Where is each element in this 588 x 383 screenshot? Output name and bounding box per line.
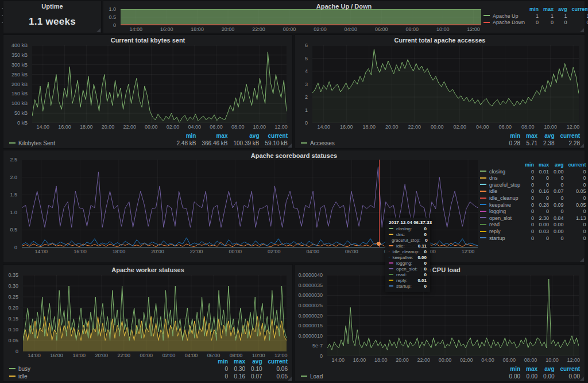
y-tick: 0.0000025	[298, 303, 323, 308]
legend-value: 0.05	[564, 188, 586, 195]
legend-value: 0	[534, 175, 549, 182]
legend-item-idle_cleanup[interactable]: idle_cleanup	[480, 195, 520, 202]
y-tick: 0.10	[8, 327, 18, 332]
legend-header-min[interactable]: min	[520, 162, 534, 169]
legend-item-Load[interactable]: Load	[301, 373, 504, 380]
legend-value: 0	[564, 208, 586, 215]
cpu-chart[interactable]	[327, 275, 579, 356]
legend-item-Kilobytes Sent[interactable]: Kilobytes Sent	[9, 140, 171, 147]
legend-header-min[interactable]: min	[504, 365, 520, 373]
panel-resize-handle[interactable]	[580, 28, 584, 32]
legend-value: 0.28	[504, 140, 520, 147]
legend-value: 0	[520, 208, 534, 215]
x-tick: 06:00	[345, 249, 358, 254]
legend-item-dns[interactable]: dns	[480, 175, 520, 182]
panel-resize-handle[interactable]	[580, 144, 584, 148]
panel-title[interactable]: Apache worker statuses	[15, 266, 281, 273]
panel-uptime: Uptime 1.1 weeks	[3, 1, 101, 33]
legend-header-min[interactable]: min	[171, 132, 196, 140]
legend-value: 1.13	[564, 215, 586, 222]
series-color-swatch	[480, 198, 486, 199]
tooltip-series-value: 0.01	[413, 278, 427, 284]
panel-title[interactable]: The CPU load	[307, 266, 573, 273]
legend-item-graceful_stop[interactable]: graceful_stop	[480, 182, 520, 189]
legend-item-closing[interactable]: closing	[480, 169, 520, 176]
panel-title[interactable]: Uptime	[15, 3, 90, 10]
legend-item-Accesses[interactable]: Accesses	[301, 140, 504, 147]
x-tick: 18:00	[191, 26, 204, 32]
legend-header-current[interactable]: current	[260, 132, 288, 140]
legend-header-max[interactable]: max	[196, 132, 227, 140]
panel-title[interactable]: Apache Up / Down	[115, 3, 573, 10]
x-tick: 18:00	[80, 124, 93, 130]
legend-row: Apache Up1111	[483, 13, 588, 20]
legend-header-max[interactable]: max	[520, 365, 537, 373]
updown-chart[interactable]	[121, 9, 481, 25]
panel-resize-handle[interactable]	[288, 377, 292, 381]
y-tick: 5	[305, 56, 308, 61]
series-Load	[327, 279, 579, 350]
legend-value: 100.39 kB	[227, 140, 259, 147]
y-tick: 100 kB	[11, 100, 28, 106]
legend-header-avg[interactable]: avg	[245, 358, 262, 365]
legend-item-keepalive[interactable]: keepalive	[480, 202, 520, 209]
y-tick: 200 kB	[11, 82, 28, 87]
legend-header-avg[interactable]: avg	[537, 132, 554, 140]
legend-header-max[interactable]: max	[534, 162, 549, 169]
legend-header-current[interactable]: current	[555, 132, 580, 140]
legend-row: read00.000.000	[480, 222, 586, 229]
y-tick: 0.15	[8, 316, 18, 322]
legend-value: 0	[564, 169, 586, 176]
legend-item-open_slot[interactable]: open_slot	[480, 215, 520, 222]
legend-value: 0.28	[534, 202, 549, 209]
legend-item-startup[interactable]: startup	[480, 235, 520, 242]
y-tick: 350 kB	[11, 52, 28, 58]
legend-item-idle[interactable]: idle	[480, 188, 520, 195]
x-tick: 12:00	[462, 249, 475, 254]
y-axis: 0.350.300.250.200.150.100.050	[3, 275, 21, 351]
legend-item-reply[interactable]: reply	[480, 229, 520, 235]
panel-resize-handle[interactable]	[580, 258, 584, 262]
legend-value: 0	[567, 20, 588, 26]
legend-header-avg[interactable]: avg	[549, 162, 564, 169]
x-tick: 12:00	[274, 124, 288, 130]
legend-header-min[interactable]: min	[504, 132, 520, 140]
series-color-swatch	[480, 204, 486, 205]
legend-item-busy[interactable]: busy	[9, 365, 212, 373]
legend-value: 0	[534, 235, 549, 242]
legend-header-min[interactable]: min	[212, 358, 228, 365]
accesses-chart[interactable]	[312, 45, 579, 123]
legend-header-max[interactable]: max	[520, 132, 537, 140]
legend-item-Apache Up[interactable]: Apache Up	[483, 13, 525, 20]
legend-header-current[interactable]: current	[564, 162, 586, 169]
x-tick: 10:00	[253, 124, 266, 130]
panel-title[interactable]: Current total apache accesses	[307, 37, 573, 44]
legend-item-Apache Down[interactable]: Apache Down	[483, 20, 525, 26]
legend-header-current[interactable]: current	[555, 365, 580, 373]
x-tick: 06:00	[498, 124, 512, 130]
legend-header-avg[interactable]: avg	[537, 365, 554, 373]
legend-item-read[interactable]: read	[480, 222, 520, 229]
panel-apache-updown: Apache Up / Down 1.00.50 14:0016:0018:00…	[103, 1, 585, 33]
panel-resize-handle[interactable]	[96, 28, 100, 32]
uptime-value: 1.1 weeks	[3, 10, 101, 33]
legend-value: 0.00	[549, 169, 564, 176]
worker-chart[interactable]	[23, 275, 287, 351]
panel-resize-handle[interactable]	[580, 377, 584, 381]
y-tick: 250 kB	[11, 72, 28, 78]
y-axis: 2.52.01.51.00.50	[3, 160, 20, 247]
legend-item-logging[interactable]: logging	[480, 208, 520, 215]
panel-resize-handle[interactable]	[288, 144, 292, 148]
series-color-swatch	[9, 376, 16, 377]
x-tick: 08:00	[524, 357, 537, 363]
panel-title[interactable]: Current total kbytes sent	[15, 37, 281, 44]
x-tick: 22:00	[252, 26, 265, 32]
panel-title[interactable]: Apache scoreboard statuses	[15, 152, 573, 159]
legend-item-idle[interactable]: idle	[9, 373, 212, 380]
legend-header-max[interactable]: max	[228, 358, 245, 365]
x-tick: 00:00	[283, 26, 296, 32]
x-tick: 02:00	[453, 124, 466, 130]
legend-header-avg[interactable]: avg	[227, 132, 259, 140]
kbytes-chart[interactable]	[32, 45, 287, 123]
legend-header-current[interactable]: current	[262, 358, 288, 365]
